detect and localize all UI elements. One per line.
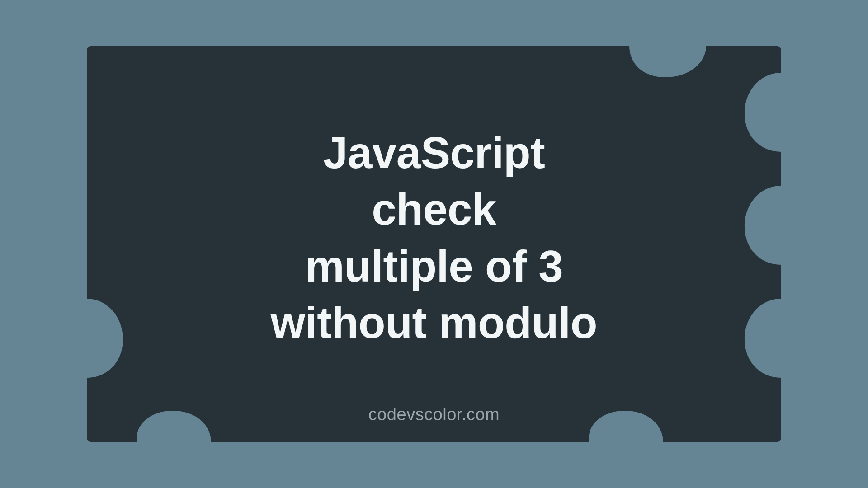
banner-card: JavaScript check multiple of 3 without m… (87, 46, 781, 442)
title-line-3: multiple of 3 (87, 238, 781, 295)
banner-title: JavaScript check multiple of 3 without m… (87, 125, 781, 352)
title-line-1: JavaScript (87, 125, 781, 181)
page-background: JavaScript check multiple of 3 without m… (0, 0, 868, 488)
title-line-4: without modulo (87, 295, 781, 351)
site-credit: codevscolor.com (87, 405, 781, 424)
title-line-2: check (87, 181, 781, 238)
